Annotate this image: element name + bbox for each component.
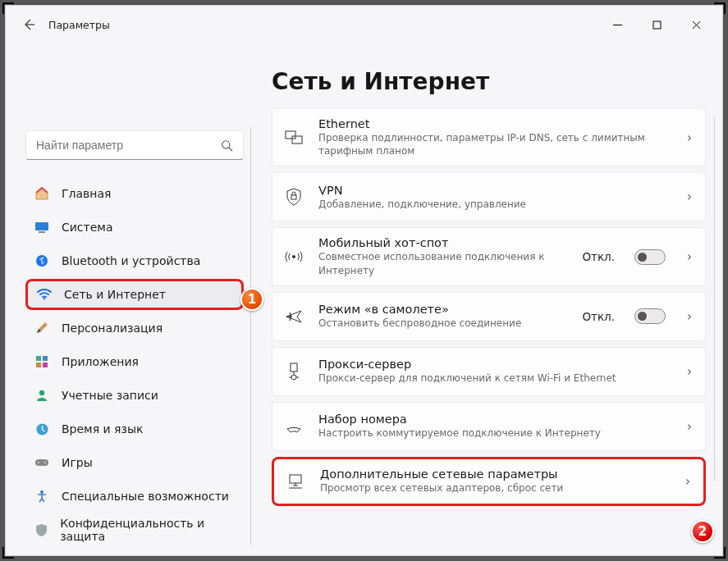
svg-rect-9 [43,363,48,367]
sidebar-item-label: Система [62,221,112,234]
nav-list: Главная Система Bluetooth и устройства С… [25,178,244,545]
svg-rect-17 [292,136,302,144]
ethernet-icon [282,130,305,145]
svg-rect-12 [35,459,48,466]
person-icon [34,387,50,404]
clock-globe-icon [34,421,50,437]
svg-point-1 [222,140,230,148]
airplane-toggle[interactable] [634,308,666,324]
gamepad-icon [34,454,50,471]
shield-icon [34,522,48,538]
bluetooth-icon [34,253,50,269]
toggle-status: Откл. [582,250,615,263]
search-input[interactable] [36,139,221,152]
shield-lock-icon [282,188,305,206]
sidebar-item-accounts[interactable]: Учетные записи [25,380,244,411]
sidebar-item-bluetooth[interactable]: Bluetooth и устройства [25,245,244,276]
app-title: Параметры [48,19,110,31]
sidebar-item-network[interactable]: Сеть и Интернет [25,279,244,310]
proxy-icon [282,363,305,381]
svg-point-15 [40,490,43,494]
annotation-badge-2: 2 [691,520,714,543]
back-button[interactable] [14,10,43,39]
accessibility-icon [34,488,50,504]
card-proxy[interactable]: Прокси-серверПрокси-сервер для подключен… [272,347,706,396]
card-title: Набор номера [318,413,674,426]
svg-point-5 [43,298,46,300]
card-airplane[interactable]: Режим «в самолете»Остановить беспроводно… [272,292,706,341]
sidebar-item-apps[interactable]: Приложения [25,346,244,377]
chevron-right-icon: › [685,474,690,489]
svg-rect-7 [43,356,48,361]
chevron-right-icon: › [687,189,692,204]
svg-point-21 [291,375,296,380]
svg-rect-20 [291,363,297,372]
svg-rect-6 [36,356,41,361]
chevron-right-icon: › [687,309,692,324]
card-desc: Совместное использование подключения к И… [318,250,569,276]
hotspot-icon [282,249,305,264]
sidebar-item-label: Конфиденциальность и защита [60,517,236,543]
sidebar-item-label: Главная [62,187,111,200]
sidebar-item-home[interactable]: Главная [25,178,244,209]
chevron-right-icon: › [687,130,692,145]
chevron-right-icon: › [687,364,692,379]
search-icon [221,139,233,152]
hotspot-toggle[interactable] [634,249,666,265]
page-title: Сеть и Интернет [272,68,706,95]
card-vpn[interactable]: VPNДобавление, подключение, управление › [272,172,706,221]
svg-point-13 [38,462,39,463]
card-title: Мобильный хот-спот [318,236,569,249]
card-hotspot[interactable]: Мобильный хот-спотСовместное использован… [272,227,706,285]
brush-icon [34,320,50,336]
card-desc: Просмотр всех сетевых адаптеров, сброс с… [320,481,672,495]
toggle-status: Откл. [582,310,615,323]
card-desc: Настроить коммутируемое подключение к Ин… [318,426,674,440]
maximize-button[interactable] [639,11,675,38]
chevron-right-icon: › [687,419,692,434]
network-adapter-icon [284,473,307,490]
phone-icon [282,419,305,434]
svg-rect-16 [286,131,295,139]
sidebar-item-privacy[interactable]: Конфиденциальность и защита [25,514,244,545]
card-ethernet[interactable]: EthernetПроверка подлинности, параметры … [272,108,706,166]
sidebar-item-label: Учетные записи [62,389,158,402]
chevron-right-icon: › [687,249,692,264]
card-title: Прокси-сервер [318,358,674,371]
sidebar-item-label: Персонализация [62,322,163,335]
svg-point-19 [292,255,295,258]
sidebar-item-personalization[interactable]: Персонализация [25,312,244,344]
card-desc: Добавление, подключение, управление [318,198,674,211]
sidebar-item-label: Bluetooth и устройства [62,254,200,267]
annotation-badge-1: 1 [240,288,263,311]
svg-point-14 [44,462,46,463]
sidebar-item-label: Время и язык [62,422,143,436]
card-desc: Остановить беспроводное соединение [318,317,569,330]
sidebar-item-time[interactable]: Время и язык [25,413,244,445]
wifi-icon [36,286,53,303]
sidebar-item-system[interactable]: Система [25,212,244,243]
home-icon [34,185,50,202]
card-title: VPN [318,184,674,197]
search-box[interactable] [25,130,244,160]
svg-rect-8 [36,363,41,367]
sidebar-item-accessibility[interactable]: Специальные возможности [25,481,244,512]
card-desc: Прокси-сервер для подключений к сетям Wi… [318,372,674,385]
close-button[interactable] [678,11,714,38]
divider [250,127,251,545]
card-dialup[interactable]: Набор номераНастроить коммутируемое подк… [272,402,706,451]
svg-rect-3 [39,231,45,233]
card-title: Режим «в самолете» [318,303,569,316]
monitor-icon [34,219,50,235]
svg-rect-0 [653,21,661,29]
svg-rect-2 [35,222,48,230]
apps-icon [34,353,50,370]
sidebar-item-label: Специальные возможности [62,490,229,503]
main-panel: Сеть и Интернет EthernetПроверка подлинн… [259,43,722,555]
minimize-button[interactable] [599,11,635,38]
card-advanced-network[interactable]: Дополнительные сетевые параметрыПросмотр… [272,457,706,506]
card-desc: Проверка подлинности, параметры IP-и DNS… [318,131,674,157]
card-title: Дополнительные сетевые параметры [320,468,672,481]
sidebar-item-gaming[interactable]: Игры [25,447,244,478]
sidebar-item-label: Приложения [62,355,139,368]
